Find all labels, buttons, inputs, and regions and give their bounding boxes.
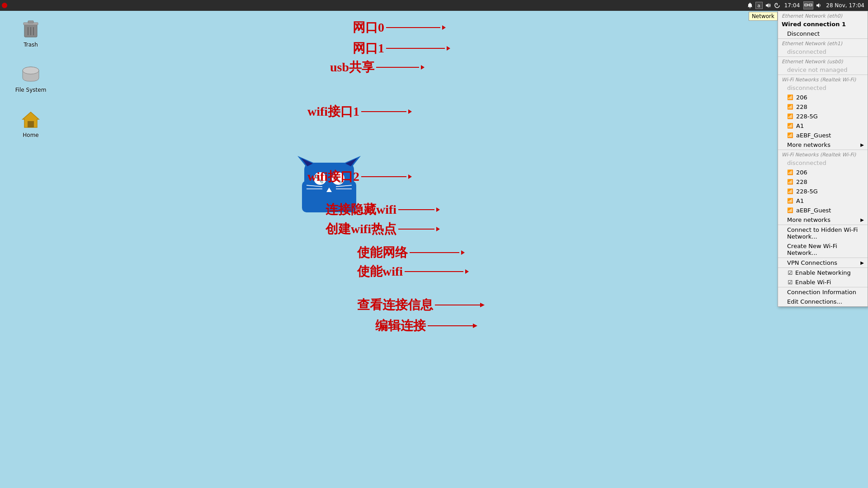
annotation-create-wifi: 创建wifi热点 [326,221,440,238]
svg-marker-33 [480,303,485,307]
annotation-enable-net: 使能网络 [357,244,465,261]
svg-marker-35 [473,324,477,328]
svg-marker-6 [816,3,819,8]
keyboard-icon[interactable]: a [755,2,763,9]
svg-text:🔧: 🔧 [314,174,324,184]
wifi1-section: Wi-Fi Networks (Realtek Wi-Fi) disconnec… [778,75,868,150]
trash-label: Trash [24,42,38,48]
create-new-wifi[interactable]: Create New Wi-Fi Network... [778,241,868,258]
wifi1-a1[interactable]: 📶A1 [778,121,868,131]
wifi1-aebf-guest[interactable]: 📶aEBF_Guest [778,131,868,140]
wifi2-228[interactable]: 📶228 [778,177,868,187]
annotation-enable-wifi: 使能wifi [357,263,469,280]
svg-rect-3 [805,4,807,6]
wifi1-228-5g[interactable]: 📶228-5G [778,112,868,121]
wifi1-more-networks[interactable]: More networks [778,140,868,150]
enable-networking-check: ☑ [787,270,793,276]
eth0-section: Ethernet Network (eth0) Wired connection… [778,11,868,39]
annotation-conn-info: 查看连接信息 [357,296,489,314]
filesystem-icon[interactable]: File System [13,63,49,93]
taskbar: a 17:04 [0,0,868,11]
annotation-edit-conn: 编辑连接 [375,317,482,334]
eth1-disconnected: disconnected [778,47,868,56]
usb0-not-managed: device not managed [778,65,868,75]
tooltip-text: Network [752,13,774,19]
eth1-header: Ethernet Network (eth1) [778,39,868,47]
svg-rect-4 [809,4,812,6]
wifi2-206[interactable]: 📶206 [778,168,868,177]
home-label: Home [23,132,38,138]
home-icon[interactable]: Home [13,108,49,138]
connection-information[interactable]: Connection Information [778,287,868,297]
wifi1-disconnected: disconnected [778,83,868,93]
wifi1-header: Wi-Fi Networks (Realtek Wi-Fi) [778,75,868,83]
annotation-wangkou0: 网口0 [353,19,446,36]
filesystem-icon-image [20,63,42,85]
enable-networking[interactable]: ☑ Enable Networking [778,268,868,277]
network-menu: Ethernet Network (eth0) Wired connection… [778,11,868,307]
network-icon-taskbar[interactable] [803,1,813,9]
notification-icon[interactable] [746,2,754,9]
taskbar-time: 17:04 [783,2,802,9]
toggles-section: ☑ Enable Networking ☑ Enable Wi-Fi [778,268,868,287]
hidden-wifi-section: Connect to Hidden Wi-Fi Network... Creat… [778,225,868,258]
info-section: Connection Information Edit Connections.… [778,287,868,306]
taskbar-right: a 17:04 [746,1,866,9]
trash-icon[interactable]: Trash [13,18,49,48]
wifi2-disconnected: disconnected [778,158,868,168]
edit-connections[interactable]: Edit Connections... [778,297,868,306]
wifi2-aebf-guest[interactable]: 📶aEBF_Guest [778,206,868,215]
eth0-header: Ethernet Network (eth0) [778,11,868,19]
cat-mascot: 🔧 🔧 [293,154,365,217]
wifi1-228[interactable]: 📶228 [778,102,868,112]
wifi2-section: Wi-Fi Networks (Realtek Wi-Fi) disconnec… [778,150,868,225]
power-icon[interactable] [774,2,781,9]
filesystem-label: File System [15,87,47,93]
taskbar-indicator [2,3,7,8]
connect-hidden-wifi[interactable]: Connect to Hidden Wi-Fi Network... [778,225,868,241]
volume-icon[interactable] [815,2,822,9]
enable-wifi-check: ☑ [787,279,793,286]
wifi2-a1[interactable]: 📶A1 [778,196,868,206]
wifi2-header: Wi-Fi Networks (Realtek Wi-Fi) [778,150,868,158]
svg-rect-9 [28,21,33,23]
vpn-connections[interactable]: VPN Connections [778,258,868,267]
svg-text:🔧: 🔧 [332,174,343,184]
svg-rect-18 [304,163,354,199]
wifi1-206[interactable]: 📶206 [778,93,868,102]
annotation-wangkou1: 网口1 [353,40,450,57]
taskbar-date: 28 Nov, 17:04 [824,2,866,9]
svg-rect-16 [28,121,34,127]
network-tooltip: Network [749,12,778,21]
annotation-wifi1: wifi接口1 [307,103,412,120]
home-icon-image [20,108,42,130]
usb0-section: Ethernet Network (usb0) device not manag… [778,57,868,75]
taskbar-left [2,0,7,11]
trash-icon-image [20,18,42,40]
disconnect-button[interactable]: Disconnect [778,29,868,38]
eth1-section: Ethernet Network (eth1) disconnected [778,39,868,57]
svg-marker-0 [766,3,769,8]
wired-connection-1[interactable]: Wired connection 1 [778,19,868,29]
annotation-usb: usb共享 [330,59,425,76]
enable-wifi[interactable]: ☑ Enable Wi-Fi [778,277,868,287]
sound-icon[interactable] [764,2,772,9]
vpn-section: VPN Connections [778,258,868,268]
svg-point-14 [23,67,39,74]
wifi2-228-5g[interactable]: 📶228-5G [778,187,868,196]
wifi2-more-networks[interactable]: More networks [778,215,868,225]
usb0-header: Ethernet Network (usb0) [778,57,868,65]
